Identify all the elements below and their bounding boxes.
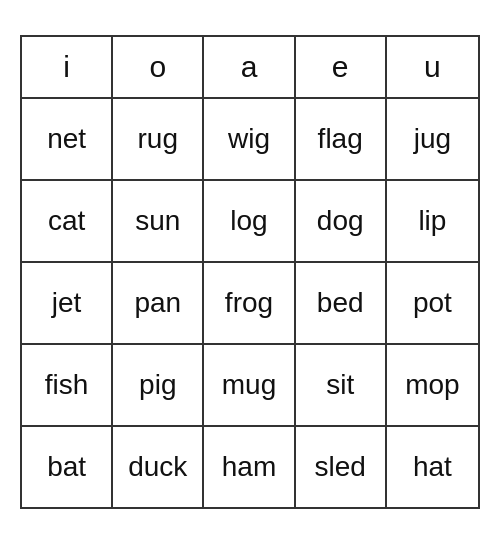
cell-2-4: dog [296, 181, 387, 261]
cell-1-1: net [22, 99, 113, 179]
header-cell-u: u [387, 37, 478, 97]
cell-4-4: sit [296, 345, 387, 425]
cell-3-3: frog [204, 263, 295, 343]
cell-3-5: pot [387, 263, 478, 343]
cell-2-5: lip [387, 181, 478, 261]
cell-1-5: jug [387, 99, 478, 179]
cell-4-1: fish [22, 345, 113, 425]
cell-1-4: flag [296, 99, 387, 179]
row-1: net rug wig flag jug [22, 99, 478, 181]
row-5: bat duck ham sled hat [22, 427, 478, 507]
cell-2-1: cat [22, 181, 113, 261]
cell-2-3: log [204, 181, 295, 261]
cell-5-2: duck [113, 427, 204, 507]
cell-4-2: pig [113, 345, 204, 425]
row-2: cat sun log dog lip [22, 181, 478, 263]
cell-5-5: hat [387, 427, 478, 507]
cell-4-5: mop [387, 345, 478, 425]
bingo-grid: i o a e u net rug wig flag jug cat sun l… [20, 35, 480, 509]
header-cell-i: i [22, 37, 113, 97]
row-4: fish pig mug sit mop [22, 345, 478, 427]
cell-5-3: ham [204, 427, 295, 507]
header-cell-a: a [204, 37, 295, 97]
cell-1-3: wig [204, 99, 295, 179]
row-3: jet pan frog bed pot [22, 263, 478, 345]
cell-2-2: sun [113, 181, 204, 261]
cell-3-4: bed [296, 263, 387, 343]
cell-4-3: mug [204, 345, 295, 425]
header-cell-o: o [113, 37, 204, 97]
cell-5-4: sled [296, 427, 387, 507]
cell-3-2: pan [113, 263, 204, 343]
cell-3-1: jet [22, 263, 113, 343]
header-cell-e: e [296, 37, 387, 97]
cell-1-2: rug [113, 99, 204, 179]
cell-5-1: bat [22, 427, 113, 507]
header-row: i o a e u [22, 37, 478, 99]
